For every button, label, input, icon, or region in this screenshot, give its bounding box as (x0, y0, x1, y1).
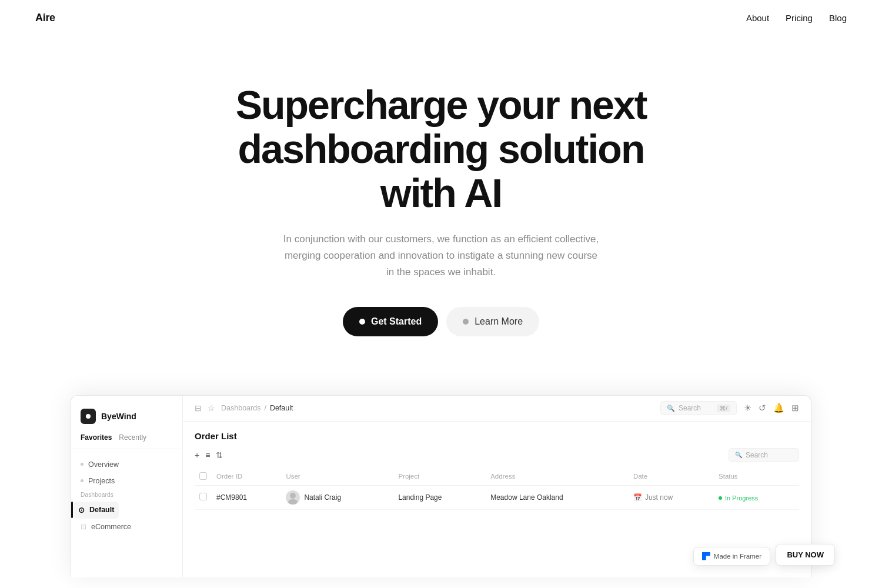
order-search[interactable]: 🔍 Search (729, 448, 799, 462)
sidebar-tab-favorites[interactable]: Favorites (81, 433, 112, 442)
order-toolbar-left: + ≡ ⇅ (195, 450, 223, 460)
breadcrumb-parent: Dashboards (221, 404, 260, 412)
topbar-left: ⊟ ☆ Dashboards / Default (195, 403, 293, 413)
th-checkbox (195, 468, 212, 486)
dot-icon-overview (81, 463, 83, 466)
sidebar-item-label-projects: Projects (88, 477, 115, 485)
sidebar: ByeWind Favorites Recently Overview Proj… (71, 396, 183, 577)
svg-point-2 (288, 499, 298, 505)
th-status: Status (714, 468, 799, 486)
nav-link-pricing[interactable]: Pricing (786, 13, 813, 23)
framer-logo-icon (702, 552, 710, 560)
breadcrumb-separator: / (264, 404, 266, 412)
search-shortcut-badge: ⌘/ (717, 405, 730, 412)
theme-toggle-icon[interactable]: ☀ (744, 403, 751, 413)
navbar-logo: Aire (35, 12, 55, 24)
order-search-placeholder: Search (746, 451, 768, 459)
order-toolbar: + ≡ ⇅ 🔍 Search (195, 448, 799, 462)
sidebar-brand: ByeWind (71, 405, 182, 433)
hero-subtitle: In conjunction with our customers, we fu… (279, 231, 603, 280)
brand-logo-icon (84, 412, 92, 420)
default-dashboard-icon: ⊙ (78, 506, 85, 514)
navbar-links: About Pricing Blog (746, 13, 847, 23)
status-label: In Progress (725, 495, 758, 502)
breadcrumb: Dashboards / Default (221, 404, 293, 412)
row-checkbox[interactable] (199, 493, 207, 500)
row-date: 📅 Just now (629, 485, 714, 509)
get-started-button[interactable]: Get Started (343, 307, 438, 336)
sort-icon[interactable]: ⇅ (216, 450, 223, 460)
th-project: Project (393, 468, 486, 486)
navbar: Aire About Pricing Blog (0, 0, 882, 36)
learn-more-button[interactable]: Learn More (446, 307, 539, 336)
brand-icon (81, 409, 96, 424)
nav-link-blog[interactable]: Blog (829, 13, 847, 23)
dot-icon-projects (81, 479, 83, 482)
sidebar-item-label-ecommerce: eCommerce (91, 523, 131, 531)
row-user: Natali Craig (281, 485, 393, 509)
row-status: In Progress (714, 485, 799, 509)
learn-more-label: Learn More (475, 316, 523, 327)
sidebar-item-projects[interactable]: Projects (71, 473, 182, 489)
sidebar-item-label-overview: Overview (88, 460, 119, 469)
hero-buttons: Get Started Learn More (343, 307, 539, 336)
filter-icon[interactable]: ≡ (205, 450, 210, 460)
row-order-id: #CM9801 (212, 485, 281, 509)
row-address: Meadow Lane Oakland (486, 485, 629, 509)
avatar (286, 490, 300, 505)
select-all-checkbox[interactable] (199, 472, 207, 480)
sidebar-section-dashboards: Dashboards (71, 489, 182, 502)
sidebar-item-default-row: ⊙ Default (71, 502, 182, 519)
star-icon[interactable]: ☆ (208, 403, 215, 413)
order-search-icon: 🔍 (735, 452, 742, 458)
table-header-row: Order ID User Project Address Date Statu… (195, 468, 799, 486)
row-project: Landing Page (393, 485, 486, 509)
dashboard-preview-wrapper: ByeWind Favorites Recently Overview Proj… (35, 395, 847, 577)
th-user: User (281, 468, 393, 486)
order-table: Order ID User Project Address Date Statu… (195, 468, 799, 510)
sidebar-toggle-icon[interactable]: ⊟ (195, 403, 202, 413)
topbar-search[interactable]: 🔍 Search ⌘/ (660, 401, 737, 415)
avatar-icon (286, 490, 300, 505)
row-checkbox-cell (195, 485, 212, 509)
th-address: Address (486, 468, 629, 486)
breadcrumb-current: Default (270, 404, 293, 412)
sidebar-item-label-default: Default (89, 506, 114, 514)
user-cell: Natali Craig (286, 490, 389, 505)
get-started-label: Get Started (371, 316, 422, 327)
made-in-framer-badge[interactable]: Made in Framer (693, 547, 770, 566)
order-list-title: Order List (195, 431, 799, 441)
date-cell: 📅 Just now (633, 493, 709, 502)
hero-title: Supercharge your next dashboarding solut… (212, 83, 670, 215)
topbar-right: 🔍 Search ⌘/ ☀ ↺ 🔔 ⊞ (660, 401, 799, 415)
sidebar-item-overview[interactable]: Overview (71, 456, 182, 473)
status-badge: In Progress (719, 495, 758, 502)
sidebar-item-default[interactable]: ⊙ Default (74, 502, 119, 519)
sidebar-item-ecommerce[interactable]: ⊡ eCommerce (71, 519, 182, 535)
svg-point-0 (86, 414, 91, 419)
sidebar-tab-recently[interactable]: Recently (119, 433, 146, 442)
sidebar-brand-name: ByeWind (101, 412, 136, 421)
calendar-icon: 📅 (633, 493, 642, 502)
notification-icon[interactable]: 🔔 (773, 403, 784, 413)
table-row: #CM9801 Natali Craig (195, 485, 799, 509)
active-bar-icon (71, 502, 73, 518)
topbar: ⊟ ☆ Dashboards / Default 🔍 Search ⌘/ ☀ (183, 396, 811, 422)
search-icon: 🔍 (667, 405, 675, 412)
btn-dot-icon (359, 319, 365, 325)
user-name: Natali Craig (304, 493, 341, 502)
btn-dot-secondary-icon (463, 319, 469, 325)
status-dot-icon (719, 496, 722, 500)
th-order-id: Order ID (212, 468, 281, 486)
history-icon[interactable]: ↺ (759, 403, 766, 413)
ecommerce-dashboard-icon: ⊡ (81, 523, 86, 531)
sidebar-tabs: Favorites Recently (71, 433, 182, 449)
hero-section: Supercharge your next dashboarding solut… (0, 36, 882, 372)
layout-icon[interactable]: ⊞ (791, 403, 799, 413)
nav-link-about[interactable]: About (746, 13, 769, 23)
date-value: Just now (645, 493, 673, 502)
add-icon[interactable]: + (195, 450, 199, 460)
made-in-label: Made in Framer (714, 553, 761, 560)
th-date: Date (629, 468, 714, 486)
buy-now-badge[interactable]: BUY NOW (776, 544, 835, 566)
